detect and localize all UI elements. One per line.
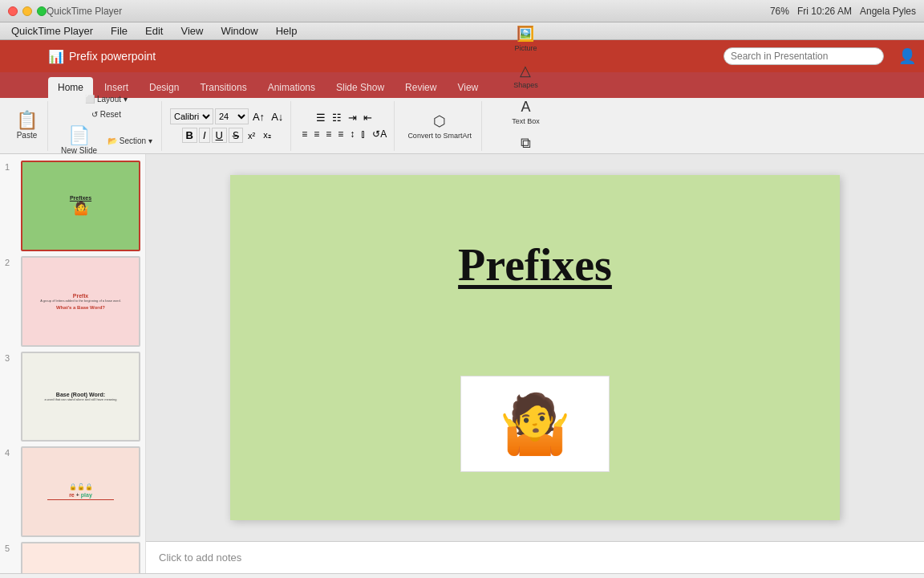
menu-view[interactable]: View (177, 24, 206, 38)
picture-button[interactable]: 🖼️ Picture (509, 22, 541, 55)
paste-icon: 📋 (16, 112, 38, 129)
line-spacing[interactable]: ↕ (347, 128, 357, 140)
user-icon[interactable]: 👤 (898, 47, 916, 65)
tab-view[interactable]: View (448, 77, 488, 98)
slide-thumb-4[interactable]: 4 🔒🔓🔒 re + play (5, 446, 140, 537)
slide-thumb-3[interactable]: 3 Base (Root) Word: a word that can stan… (5, 352, 140, 442)
paste-button[interactable]: 📋 Paste (11, 108, 43, 143)
slide-thumb-2[interactable]: 2 Prefix A group of letters added to the… (5, 256, 140, 347)
maximize-button[interactable] (37, 6, 47, 16)
tab-review[interactable]: Review (395, 77, 446, 98)
smartart-icon: ⬡ (433, 112, 446, 130)
title-bar: QuickTime Player 76% Fri 10:26 AM Angela… (0, 0, 924, 22)
bullets-button[interactable]: ☰ (314, 111, 328, 124)
superscript-button[interactable]: x² (245, 130, 258, 141)
minimize-button[interactable] (22, 6, 32, 16)
section-button[interactable]: 📂 Section ▾ (103, 135, 156, 147)
convert-smartart-button[interactable]: ⬡ Convert to SmartArt (403, 109, 476, 143)
italic-button[interactable]: I (199, 128, 210, 143)
ppt-filename: Prefix powerpoint (69, 50, 156, 63)
strikethrough-button[interactable]: S̶ (229, 128, 243, 143)
font-family-select[interactable]: Calibri (170, 108, 213, 124)
indent-decrease[interactable]: ⇤ (361, 111, 375, 124)
battery-info: 76% (770, 6, 789, 17)
slide-preview-5[interactable]: 👩‍🎤 replay (21, 542, 140, 573)
menu-quicktime[interactable]: QuickTime Player (8, 24, 96, 38)
ribbon-group-paragraph: ☰ ☷ ⇥ ⇤ ≡ ≡ ≡ ≡ ↕ ⫿ ↺A (294, 101, 395, 151)
ribbon-group-font: Calibri 24 A↑ A↓ B I U S̶ x² x₂ (165, 101, 291, 151)
font-size-select[interactable]: 24 (215, 108, 249, 124)
close-button[interactable] (8, 6, 18, 16)
menu-bar: QuickTime Player File Edit View Window H… (0, 22, 924, 40)
justify-button[interactable]: ≡ (335, 128, 346, 140)
text-direction[interactable]: ↺A (370, 128, 389, 140)
tab-design[interactable]: Design (140, 77, 188, 98)
font-size-increase[interactable]: A↑ (250, 110, 267, 124)
slide-num-2: 2 (5, 256, 16, 267)
menu-window[interactable]: Window (217, 24, 261, 38)
new-slide-icon: 📄 (68, 127, 90, 144)
title-bar-right: 76% Fri 10:26 AM Angela Pyles (770, 6, 916, 17)
slide-2-content: Prefix A group of letters added to the b… (22, 258, 139, 345)
notes-area[interactable]: Click to add notes (146, 541, 924, 573)
username: Angela Pyles (860, 6, 916, 17)
align-left[interactable]: ≡ (299, 128, 310, 140)
arrange-icon: ⧉ (521, 135, 531, 152)
slide-4-content: 🔒🔓🔒 re + play (22, 448, 139, 535)
slide-preview-3[interactable]: Base (Root) Word: a word that can stand … (21, 352, 140, 442)
slide-preview-4[interactable]: 🔒🔓🔒 re + play (21, 446, 140, 537)
shapes-icon: △ (520, 62, 531, 79)
ribbon-group-drawing: ⬡ Convert to SmartArt (398, 101, 482, 151)
ppt-file-icon: 📊 (48, 49, 64, 64)
indent-increase[interactable]: ⇥ (346, 111, 359, 124)
ribbon-tabs: Home Insert Design Transitions Animation… (0, 72, 924, 98)
slide-thumb-1[interactable]: 1 Prefixes 🤷 (5, 161, 140, 251)
slide-num-3: 3 (5, 352, 16, 363)
bold-button[interactable]: B (182, 128, 197, 143)
ribbon-toolbar: 📋 Paste ⬜ Layout ▾ ↺ Reset 📄 New Slide 📂… (0, 98, 924, 154)
slide-emoji: 🤷 (499, 390, 571, 458)
slide-thumb-5[interactable]: 5 👩‍🎤 replay (5, 542, 140, 573)
slide-3-content: Base (Root) Word: a word that can stand … (22, 353, 139, 441)
textbox-icon: A (521, 99, 530, 116)
new-slide-button[interactable]: 📄 New Slide (56, 124, 102, 158)
slide-canvas-wrapper: Prefixes 🤷 (146, 154, 924, 541)
reset-button[interactable]: ↺ Reset (87, 108, 125, 120)
columns-button[interactable]: ⫿ (359, 128, 368, 140)
slide-num-4: 4 (5, 446, 16, 458)
search-input[interactable] (723, 47, 884, 65)
slide-5-content: 👩‍🎤 replay (22, 543, 139, 573)
slide-preview-1[interactable]: Prefixes 🤷 (21, 161, 140, 251)
textbox-button[interactable]: A Text Box (507, 96, 545, 128)
main-area: 1 Prefixes 🤷 2 Prefix A group of letters… (0, 154, 924, 573)
ribbon-group-insert: 🖼️ Picture △ Shapes A Text Box ⧉ Arrange… (485, 101, 566, 151)
menu-edit[interactable]: Edit (142, 24, 166, 38)
ribbon-group-paste: 📋 Paste (6, 101, 48, 151)
menu-file[interactable]: File (107, 24, 131, 38)
subscript-button[interactable]: x₂ (260, 129, 274, 141)
menu-help[interactable]: Help (273, 24, 301, 38)
slide-num-1: 1 (5, 161, 16, 172)
tab-transitions[interactable]: Transitions (190, 77, 256, 98)
slide-canvas: Prefixes 🤷 (230, 175, 840, 520)
traffic-lights (8, 6, 47, 16)
slide-image: 🤷 (460, 376, 610, 472)
tab-slideshow[interactable]: Slide Show (326, 77, 394, 98)
align-center[interactable]: ≡ (311, 128, 322, 140)
underline-button[interactable]: U (212, 128, 227, 143)
slide-panel: 1 Prefixes 🤷 2 Prefix A group of letters… (0, 154, 146, 573)
ppt-titlebar: 📊 Prefix powerpoint 👤 (0, 40, 924, 72)
app-name: QuickTime Player (47, 6, 122, 17)
tab-animations[interactable]: Animations (258, 77, 325, 98)
slide-preview-2[interactable]: Prefix A group of letters added to the b… (21, 256, 140, 347)
status-bar: Slide 1 of 14 English (United States) 📝 … (0, 573, 924, 578)
picture-icon: 🖼️ (517, 25, 534, 43)
font-size-decrease[interactable]: A↓ (269, 110, 286, 124)
align-right[interactable]: ≡ (323, 128, 334, 140)
layout-button[interactable]: ⬜ Layout ▾ (81, 93, 132, 105)
slide-num-5: 5 (5, 542, 16, 553)
shapes-button[interactable]: △ Shapes (509, 59, 543, 92)
ppt-window: 📊 Prefix powerpoint 👤 Home Insert Design… (0, 40, 924, 578)
slide-1-content: Prefixes 🤷 (22, 162, 139, 250)
numbering-button[interactable]: ☷ (330, 111, 344, 124)
